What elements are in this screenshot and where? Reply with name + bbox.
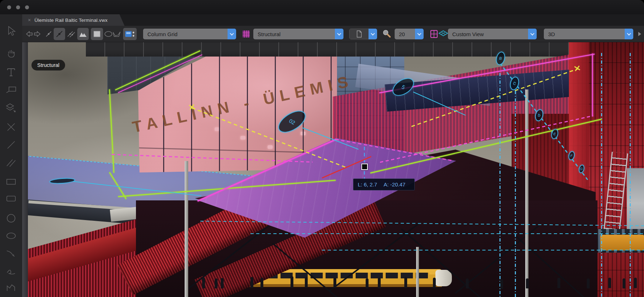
window-titlebar (0, 0, 644, 14)
projection-dropdown[interactable]: 3D (544, 29, 633, 39)
delete-x-icon[interactable] (0, 122, 22, 132)
line-tool-icon[interactable] (44, 28, 53, 40)
grid-line-cyan-vertical (499, 73, 501, 297)
tool-mode-value: Column Grid (143, 29, 228, 39)
grid-line-cyan-horizontal (322, 250, 644, 250)
render-steel-pole (525, 89, 528, 297)
chevron-down-icon[interactable] (528, 29, 537, 39)
render-person (250, 277, 253, 288)
line-tool-icon[interactable] (0, 140, 22, 150)
tool-mode-dropdown[interactable]: Column Grid (143, 29, 236, 39)
magnifier-icon[interactable] (381, 29, 392, 39)
grid-x-marker (189, 104, 195, 110)
hatch-layer-icon (241, 29, 251, 39)
callout-tool-icon[interactable] (0, 86, 22, 94)
measurement-tooltip: L: 6, 2.7 A: -20.47 (353, 179, 415, 190)
grid-line-cyan-horizontal (250, 233, 644, 234)
image-mountain-icon[interactable] (77, 28, 89, 40)
traffic-light-buttons[interactable] (7, 5, 29, 9)
render-edge-column (22, 42, 28, 297)
tab-close-icon[interactable]: × (28, 17, 31, 23)
grid-line-cyan-vertical (630, 53, 631, 297)
axonometric-icon (438, 29, 449, 39)
double-line-tool-icon[interactable] (67, 28, 76, 40)
toolbar-overflow-arrow-icon[interactable] (638, 32, 641, 36)
view-dropdown[interactable]: Custom View (448, 29, 537, 39)
line-tool-selected-icon[interactable] (54, 28, 65, 40)
chevron-down-icon[interactable] (228, 29, 236, 39)
render-person (404, 277, 407, 288)
scale-dropdown[interactable]: 20 (395, 29, 424, 39)
tooltip-angle: A: -20.47 (384, 181, 405, 188)
render-person (608, 278, 611, 288)
chevron-down-icon[interactable] (369, 29, 377, 39)
render-person (305, 277, 308, 288)
chevron-down-icon[interactable] (415, 29, 424, 39)
document-tab[interactable]: × Ülemiste Rail Baltic Terminal.vwx (22, 14, 125, 26)
document-page-combo[interactable] (349, 29, 377, 39)
window-minimize-button[interactable] (16, 5, 20, 9)
tooltip-length: L: 6, 2.7 (358, 181, 377, 188)
box-edge-magenta (592, 54, 593, 117)
ellipse-tool-icon[interactable] (0, 232, 22, 240)
render-person (333, 278, 336, 288)
scale-value: 20 (395, 29, 415, 39)
render-person (500, 279, 503, 289)
window-zoom-button[interactable] (25, 5, 29, 9)
text-tool-icon[interactable] (0, 67, 22, 77)
mode-toolbar: Column Grid Structural 20 (22, 26, 644, 42)
double-line-tool-icon[interactable] (0, 158, 22, 167)
snap-grid-icon[interactable] (123, 28, 137, 40)
stacked-layers-icon[interactable] (0, 103, 22, 113)
snap-cursor[interactable] (361, 164, 368, 170)
pan-hand-icon[interactable] (0, 49, 22, 58)
grid-line-cyan-vertical (601, 53, 602, 297)
render-person (634, 278, 637, 288)
chevron-down-icon[interactable] (335, 29, 343, 39)
polygon-tool-icon[interactable] (0, 283, 22, 292)
polygon-tool-icon[interactable] (112, 28, 122, 40)
chevron-down-icon[interactable] (625, 29, 633, 39)
grid-line-cyan-vertical (515, 91, 516, 297)
render-person (526, 278, 529, 288)
drawing-viewport[interactable]: TALLINN - ÜLEMIS (22, 42, 644, 297)
render-person (587, 278, 590, 288)
rectangle-tool-icon[interactable] (91, 28, 103, 40)
render-person (378, 278, 381, 288)
render-person (623, 278, 625, 288)
view-value: Custom View (448, 29, 528, 39)
rounded-rectangle-tool-icon[interactable] (0, 195, 22, 202)
layer-dropdown[interactable]: Structural (253, 29, 343, 39)
tab-title: Ülemiste Rail Baltic Terminal.vwx (34, 18, 107, 23)
document-tab-bar: × Ülemiste Rail Baltic Terminal.vwx (22, 14, 644, 26)
application-window: × Ülemiste Rail Baltic Terminal.vwx (0, 0, 644, 297)
window-close-button[interactable] (7, 5, 11, 9)
render-person (557, 278, 560, 288)
undo-redo-arrows-icon[interactable] (25, 28, 42, 40)
freehand-tool-icon[interactable] (0, 268, 22, 276)
render-person (366, 278, 369, 288)
selection-cursor-icon[interactable] (0, 26, 22, 36)
render-person (466, 278, 469, 288)
projection-value: 3D (544, 29, 625, 39)
viewport-window-icon (429, 29, 439, 39)
render-person (215, 278, 218, 288)
layer-value: Structural (253, 29, 335, 39)
render-top-edge-band (86, 42, 644, 57)
render-person (291, 276, 293, 288)
circle-tool-icon[interactable] (0, 213, 22, 223)
render-steel-pole (416, 247, 419, 297)
rectangle-tool-icon[interactable] (0, 178, 22, 185)
document-page-icon[interactable] (349, 29, 369, 39)
render-person (221, 278, 224, 288)
render-person (202, 278, 205, 288)
viewport-mode-badge: Structural (31, 60, 65, 70)
arc-tool-icon[interactable] (0, 249, 22, 258)
render-orange-canopy (600, 235, 644, 250)
render-person (433, 278, 436, 288)
grid-x-marker (574, 65, 580, 72)
tool-sidebar (0, 14, 22, 297)
render-person (260, 278, 263, 288)
render-steel-pole (185, 161, 188, 297)
